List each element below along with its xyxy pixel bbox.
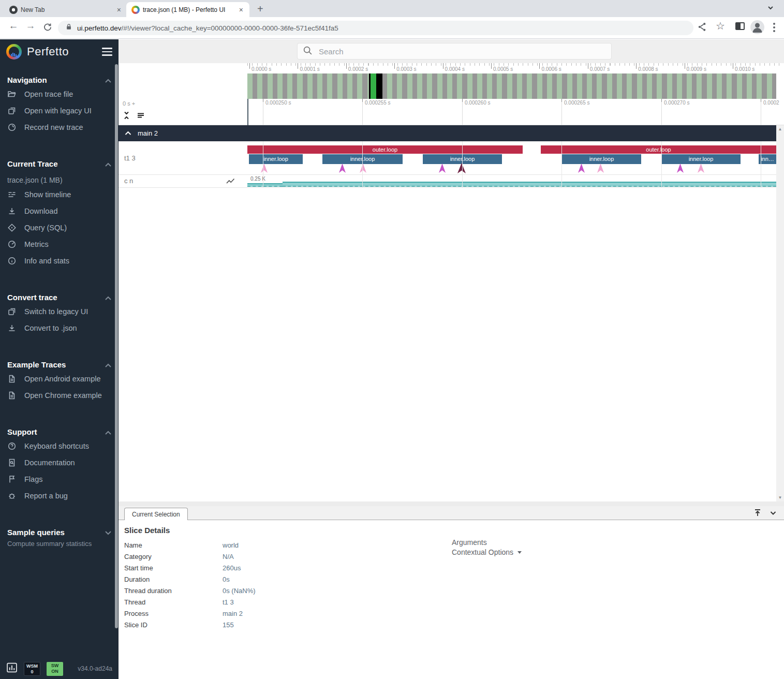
contextual-options-dropdown[interactable]: Contextual Options — [452, 548, 522, 556]
share-icon[interactable] — [697, 22, 707, 34]
sidebar-item-download[interactable]: Download — [0, 203, 119, 219]
sidebar-item-info-and-stats[interactable]: Info and stats — [0, 253, 119, 269]
profile-avatar[interactable] — [750, 20, 764, 34]
bookmark-star-icon[interactable]: ☆ — [716, 20, 725, 32]
instant-arrow-selected[interactable] — [457, 163, 466, 173]
chevron-up-icon[interactable] — [105, 76, 111, 84]
sidebar-item-label: Record new trace — [24, 123, 83, 131]
instant-arrow[interactable] — [261, 164, 268, 173]
slice-outer-loop[interactable]: outer.loop — [247, 145, 523, 154]
slice-inner-loop[interactable]: inner.loop — [249, 154, 303, 164]
collapse-panel-icon[interactable] — [768, 508, 778, 520]
process-group-header[interactable]: main 2 — [119, 125, 776, 141]
timeline-minimap[interactable] — [247, 73, 776, 99]
slice-outer-loop[interactable]: outer.loop — [541, 145, 776, 154]
chevron-up-icon[interactable] — [105, 360, 111, 369]
ruler-origin-label: 0 s + — [123, 100, 135, 107]
collapse-tracks-icon[interactable] — [123, 111, 130, 122]
tab-close-icon[interactable]: × — [238, 6, 244, 14]
search-input[interactable] — [319, 47, 588, 56]
chart-icon[interactable] — [6, 662, 18, 675]
sidebar-section-header[interactable]: Sample queries — [0, 526, 119, 538]
chevron-up-icon[interactable] — [105, 427, 111, 436]
query-icon — [7, 223, 17, 232]
sidebar-section: Example TracesOpen Android exampleOpen C… — [0, 358, 119, 404]
panel-divider[interactable] — [119, 501, 784, 506]
sidebar-scrollbar[interactable] — [115, 64, 118, 628]
slice-inner-loop[interactable]: inner.loop — [562, 154, 641, 164]
slice-inner-loop[interactable]: inner.loop — [661, 154, 741, 164]
instant-arrow[interactable] — [339, 164, 346, 173]
sidebar-section-header[interactable]: Navigation — [0, 73, 119, 86]
sidebar-item-query-sql-[interactable]: Query (SQL) — [0, 219, 119, 236]
version-label: v34.0-ad24a — [78, 665, 112, 672]
sort-tracks-icon[interactable] — [137, 111, 145, 122]
sidebar-section-header[interactable]: Current Trace — [0, 157, 119, 170]
scroll-down-icon[interactable]: ▼ — [776, 495, 784, 500]
new-tab-button[interactable]: + — [257, 3, 263, 15]
instant-arrow[interactable] — [698, 164, 704, 173]
sidebar-item-open-chrome-example[interactable]: Open Chrome example — [0, 387, 119, 404]
chevron-up-icon[interactable] — [105, 293, 111, 302]
tab-close-icon[interactable]: × — [116, 6, 122, 14]
slice-inner-loop[interactable]: inner.loop — [322, 154, 403, 164]
overview-ruler[interactable]: 0.0000 s0.0001 s0.0002 s0.0003 s0.0004 s… — [247, 63, 784, 73]
lock-icon[interactable] — [65, 23, 72, 33]
vertical-scrollbar[interactable]: ▲ ▼ — [776, 125, 784, 501]
sidebar-section-header[interactable]: Support — [0, 425, 119, 438]
sidebar-item-switch-to-legacy-ui[interactable]: Switch to legacy UI — [0, 303, 119, 320]
scroll-up-icon[interactable]: ▲ — [776, 127, 784, 131]
ruler-tick-label: 0.0008 s — [638, 66, 658, 72]
sidebar-item-convert-to-json[interactable]: Convert to .json — [0, 320, 119, 336]
counter-track-row[interactable]: c n 0.25 K — [119, 175, 776, 188]
tab-current-selection[interactable]: Current Selection — [124, 508, 188, 520]
browser-tab[interactable]: New Tab× — [4, 2, 127, 17]
instant-arrow[interactable] — [597, 164, 604, 173]
browser-tab[interactable]: trace.json (1 MB) - Perfetto UI× — [126, 2, 249, 17]
instant-arrow[interactable] — [677, 164, 684, 173]
slice-inner-loop[interactable]: inner.loop — [423, 154, 502, 164]
counter-band[interactable] — [247, 183, 283, 187]
minimap-viewport-handle[interactable] — [369, 73, 382, 99]
sidebar-item-documentation[interactable]: Documentation — [0, 454, 119, 471]
sidebar-section-header[interactable]: Convert trace — [0, 291, 119, 303]
sidebar-item-keyboard-shortcuts[interactable]: Keyboard shortcuts — [0, 438, 119, 454]
chevron-down-icon[interactable] — [105, 528, 111, 537]
detail-row: Thread duration0s (NaN%) — [124, 585, 256, 596]
expand-panel-icon[interactable] — [753, 508, 762, 520]
ruler-tick-label: 0.0005 s — [493, 66, 513, 72]
counter-band[interactable] — [283, 182, 776, 187]
sidebar-query-item[interactable]: Compute summary statistics — [0, 538, 119, 549]
reload-button[interactable] — [40, 22, 55, 34]
back-button[interactable]: ← — [6, 20, 21, 32]
forward-button[interactable]: → — [23, 20, 38, 32]
detail-label: Slice ID — [124, 619, 223, 630]
bug-icon — [7, 491, 17, 500]
sidebar-item-open-android-example[interactable]: Open Android example — [0, 371, 119, 387]
browser-menu-icon[interactable] — [773, 21, 775, 34]
hamburger-menu-icon[interactable] — [102, 46, 112, 58]
chevron-down-icon[interactable] — [767, 4, 774, 13]
chevron-up-icon[interactable] — [125, 129, 131, 137]
detail-ruler-panel[interactable]: 0 s + 0.000250 s0.000255 s0.000260 s0.00… — [119, 99, 784, 125]
instant-arrow[interactable] — [578, 164, 585, 173]
side-panel-icon[interactable] — [735, 22, 745, 33]
detail-row: Nameworld — [124, 539, 256, 551]
browser-toolbar: ← → ui.perfetto.dev/#!/viewer?local_cach… — [0, 17, 784, 39]
slice-inner-loop[interactable]: inn… — [759, 154, 776, 164]
sidebar-item-report-a-bug[interactable]: Report a bug — [0, 488, 119, 504]
address-bar[interactable]: ui.perfetto.dev/#!/viewer?local_cache_ke… — [58, 21, 693, 35]
detail-label: Category — [124, 551, 223, 562]
instant-arrow[interactable] — [439, 164, 446, 173]
sidebar-item-metrics[interactable]: Metrics — [0, 236, 119, 253]
sidebar-item-open-trace-file[interactable]: Open trace file — [0, 86, 119, 102]
chevron-up-icon[interactable] — [105, 159, 111, 168]
search-box[interactable] — [298, 43, 611, 59]
sidebar-item-flags[interactable]: Flags — [0, 471, 119, 488]
sidebar-section-header[interactable]: Example Traces — [0, 358, 119, 371]
instant-arrow[interactable] — [360, 164, 366, 173]
thread-track-row[interactable]: t1 3 outer.loopouter.loopinner.loopinner… — [119, 141, 776, 175]
sidebar-item-open-with-legacy-ui[interactable]: Open with legacy UI — [0, 102, 119, 119]
sidebar-item-record-new-trace[interactable]: Record new trace — [0, 119, 119, 136]
sidebar-item-show-timeline[interactable]: Show timeline — [0, 186, 119, 203]
